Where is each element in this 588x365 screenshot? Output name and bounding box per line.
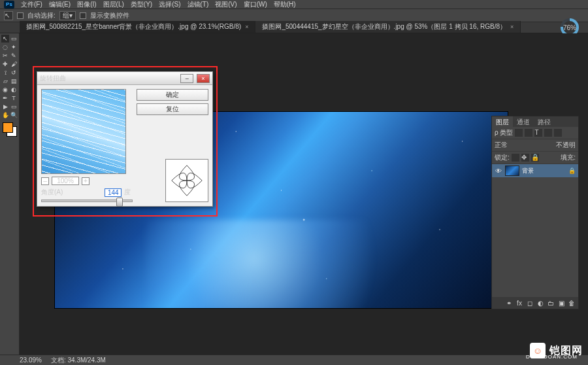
- show-transform-label: 显示变换控件: [90, 11, 129, 20]
- autoselect-checkbox[interactable]: [17, 12, 24, 19]
- layer-list: 👁 背景 🔒: [492, 164, 578, 297]
- close-icon[interactable]: ×: [510, 24, 514, 30]
- adjustment-icon[interactable]: ◐: [536, 299, 544, 307]
- filter-kind-label: ρ 类型: [495, 128, 513, 137]
- gradient-tool[interactable]: ▤: [10, 77, 18, 85]
- panel-tabs: 图层 通道 路径: [492, 116, 578, 127]
- lock-pixels-icon[interactable]: [512, 154, 519, 162]
- angle-label: 角度(A): [41, 188, 63, 197]
- dialog-titlebar[interactable]: 旋转扭曲 – ×: [37, 72, 212, 85]
- filter-preview[interactable]: [41, 89, 126, 174]
- menu-select[interactable]: 选择(S): [159, 0, 180, 9]
- group-icon[interactable]: 🗀: [547, 299, 555, 307]
- zoom-tool[interactable]: 🔍: [10, 111, 18, 119]
- menu-window[interactable]: 窗口(W): [244, 0, 267, 9]
- marquee-tool[interactable]: ▭: [10, 35, 18, 43]
- fill-label: 填充:: [561, 153, 576, 162]
- status-doc: 文档: 34.3M/24.3M: [51, 356, 106, 365]
- menu-image[interactable]: 图像(I): [77, 0, 96, 9]
- blend-mode[interactable]: 正常: [495, 141, 508, 150]
- layers-panel: 图层 通道 路径 ρ 类型T 正常不透明 锁定:✥🔒填充: 👁 背景 🔒 ⚭ f…: [491, 116, 579, 309]
- stamp-tool[interactable]: ⟟: [1, 69, 9, 77]
- show-transform-checkbox[interactable]: [80, 12, 86, 19]
- angle-unit: 度: [124, 188, 131, 197]
- crop-tool[interactable]: ✂: [1, 52, 9, 60]
- filter-adjust-icon[interactable]: [525, 129, 532, 137]
- zoom-in-button[interactable]: +: [82, 177, 90, 185]
- lasso-tool[interactable]: ◌: [1, 43, 9, 51]
- history-brush-tool[interactable]: ↺: [10, 69, 18, 77]
- twirl-dialog: 旋转扭曲 – × – 100% + 角度(A) 144 度: [37, 71, 213, 207]
- new-layer-icon[interactable]: ▣: [557, 299, 565, 307]
- document-tab-2[interactable]: 摄图网_500444415_梦幻星空（非企业商用）.jpg @ 53%（图层 1…: [255, 21, 521, 33]
- angle-slider[interactable]: [41, 200, 133, 202]
- mask-icon[interactable]: ◻: [526, 299, 534, 307]
- minimize-button[interactable]: –: [180, 74, 193, 83]
- eyedropper-tool[interactable]: ✎: [10, 52, 18, 60]
- close-button[interactable]: ×: [197, 74, 210, 83]
- layer-filter-row: ρ 类型T: [492, 127, 578, 139]
- autoselect-label: 自动选择:: [27, 11, 56, 20]
- blur-tool[interactable]: ◉: [1, 86, 9, 94]
- document-tab-1[interactable]: 摄图网_500882215_星空banner背景（非企业商用）.jpg @ 23…: [20, 21, 255, 33]
- hand-tool[interactable]: ✋: [1, 111, 9, 119]
- tab-paths[interactable]: 路径: [534, 116, 555, 127]
- path-tool[interactable]: ▶: [1, 103, 9, 111]
- pen-tool[interactable]: ✒: [1, 94, 9, 102]
- layer-name[interactable]: 背景: [522, 167, 534, 175]
- lock-position-icon[interactable]: ✥: [521, 154, 529, 162]
- lock-icon: 🔒: [568, 167, 576, 174]
- move-tool-icon[interactable]: ↖: [4, 11, 13, 20]
- reset-button[interactable]: 复位: [137, 103, 208, 115]
- twirl-diagram: [165, 159, 208, 202]
- watermark: ☺ 铠图网 DOANDOAN.COM: [530, 343, 583, 358]
- filter-type-icon[interactable]: T: [534, 129, 542, 137]
- type-tool[interactable]: T: [10, 94, 18, 102]
- status-bar: 23.09% 文档: 34.3M/24.3M: [0, 355, 588, 365]
- zoom-value[interactable]: 100%: [52, 177, 79, 185]
- color-swatches[interactable]: [1, 122, 18, 137]
- menu-layer[interactable]: 图层(L): [103, 0, 124, 9]
- dialog-title: 旋转扭曲: [40, 74, 66, 83]
- trash-icon[interactable]: 🗑: [568, 299, 576, 307]
- layer-thumbnail[interactable]: [505, 165, 519, 176]
- menu-edit[interactable]: 编辑(E): [49, 0, 71, 9]
- angle-input[interactable]: 144: [105, 188, 122, 197]
- blend-row: 正常不透明: [492, 139, 578, 152]
- filter-shape-icon[interactable]: [544, 129, 552, 137]
- menu-file[interactable]: 文件(F): [21, 0, 42, 9]
- filter-smart-icon[interactable]: [554, 129, 562, 137]
- foreground-color[interactable]: [3, 122, 13, 133]
- opacity-label: 不透明: [556, 141, 576, 150]
- status-zoom[interactable]: 23.09%: [20, 356, 42, 364]
- menu-view[interactable]: 视图(V): [215, 0, 237, 9]
- shape-tool[interactable]: ▭: [10, 103, 18, 111]
- layer-row[interactable]: 👁 背景 🔒: [492, 164, 578, 177]
- menu-help[interactable]: 帮助(H): [274, 0, 296, 9]
- eraser-tool[interactable]: ▱: [1, 77, 9, 85]
- menu-type[interactable]: 类型(Y): [131, 0, 152, 9]
- workspace: 旋转扭曲 – × – 100% + 角度(A) 144 度: [20, 33, 588, 355]
- lock-all-icon[interactable]: 🔒: [531, 154, 539, 162]
- close-icon[interactable]: ×: [245, 24, 248, 30]
- toolbox: ↖▭ ◌✦ ✂✎ ✚🖌 ⟟↺ ▱▤ ◉◐ ✒T ▶▭ ✋🔍: [0, 33, 20, 355]
- move-tool[interactable]: ↖: [1, 35, 9, 43]
- tab-layers[interactable]: 图层: [492, 116, 513, 127]
- tab-channels[interactable]: 通道: [513, 116, 534, 127]
- option-bar: ↖ 自动选择: 组 ▾ 显示变换控件: [0, 9, 588, 22]
- wand-tool[interactable]: ✦: [10, 43, 18, 51]
- brush-tool[interactable]: 🖌: [10, 60, 18, 68]
- filter-pixel-icon[interactable]: [515, 129, 523, 137]
- ok-button[interactable]: 确定: [137, 89, 208, 101]
- watermark-domain: DOANDOAN.COM: [526, 354, 578, 360]
- menu-filter[interactable]: 滤镜(T): [188, 0, 209, 9]
- menubar: Ps 文件(F) 编辑(E) 图像(I) 图层(L) 类型(Y) 选择(S) 滤…: [0, 0, 588, 9]
- fx-icon[interactable]: fx: [515, 299, 523, 307]
- lock-label: 锁定:: [495, 153, 510, 162]
- dodge-tool[interactable]: ◐: [10, 86, 18, 94]
- visibility-icon[interactable]: 👁: [495, 167, 502, 175]
- heal-tool[interactable]: ✚: [1, 60, 9, 68]
- zoom-out-button[interactable]: –: [41, 177, 49, 185]
- link-layers-icon[interactable]: ⚭: [505, 299, 513, 307]
- autoselect-mode[interactable]: 组 ▾: [59, 11, 76, 20]
